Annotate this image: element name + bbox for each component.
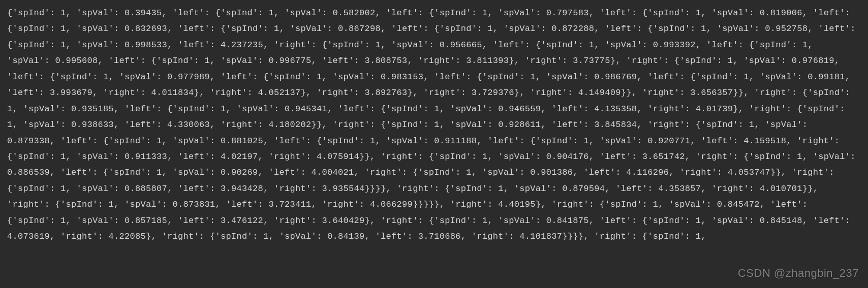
watermark-text: CSDN @zhangbin_237 bbox=[738, 263, 859, 284]
console-output: {'spInd': 1, 'spVal': 0.39435, 'left': {… bbox=[7, 5, 861, 245]
